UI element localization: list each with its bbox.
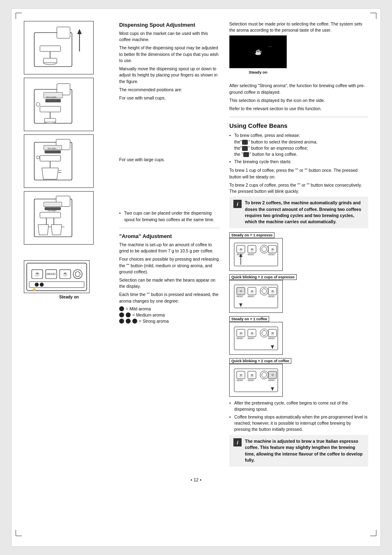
svg-rect-2 (40, 46, 60, 51)
using-coffee-title: Using Coffee Beans (229, 122, 368, 129)
svg-text:☕: ☕ (270, 247, 275, 252)
svg-text:MEMO: MEMO (248, 379, 254, 382)
svg-rect-37 (44, 202, 62, 207)
svg-text:MEMO: MEMO (237, 379, 243, 382)
svg-text:—: — (268, 44, 272, 49)
dispensing-para2: The height of the dispensing spout may b… (119, 45, 220, 64)
info-icon-1: i (233, 200, 242, 208)
refer-text: Refer to the relevant section to use thi… (229, 106, 368, 112)
selection-text: Selection must be made prior to selectin… (229, 21, 368, 33)
svg-text:☕: ☕ (270, 373, 275, 378)
svg-text:MEMO: MEMO (46, 272, 56, 276)
steady-on-display: ☕ — (229, 35, 287, 68)
diagram-spout-mid: De'Longhi (24, 78, 94, 131)
svg-text:☕: ☕ (250, 373, 255, 378)
svg-text:☕: ☕ (239, 247, 244, 252)
diagram-two-cups: De'Longhi De'Longhi (24, 191, 94, 245)
svg-text:MEMO: MEMO (237, 295, 243, 298)
page-number: • 12 • (24, 477, 368, 482)
dispensing-para5: For use with small cups; (119, 95, 220, 101)
coffee-bullets: To brew coffee, press and release: the""… (229, 132, 368, 165)
svg-rect-13 (44, 118, 55, 122)
aroma-machine-panel: ☕ MEMO ☕ 👆 (24, 260, 90, 293)
info-text-2: The machine is adjusted to brew a true I… (245, 438, 364, 463)
espresso-btn-icon (242, 146, 248, 151)
svg-text:☕: ☕ (250, 331, 255, 336)
dispensing-title: Dispensing Spout Adjustment (119, 22, 220, 28)
info-box-2: i The machine is adjusted to brew a true… (229, 435, 368, 467)
page: De'Longhi De'Longh (11, 8, 381, 547)
info-text-1: To brew 2 coffees, the machine automatic… (245, 200, 364, 225)
svg-text:MEMO: MEMO (237, 253, 243, 256)
svg-text:☕: ☕ (270, 331, 275, 336)
panel-quick-coffee: ☕ MEMO ☕ MEMO ☕ MEMO (229, 364, 283, 397)
after-brew-bullets: After the prebrewing cycle, coffee begin… (229, 400, 368, 432)
strong-aroma-label: = Strong aroma (139, 319, 169, 324)
steady-coffee-caption: Steady on = 1 coffee (229, 316, 269, 322)
btn1-text: the"" button to select the desired aroma… (234, 139, 318, 144)
dispensing-para1: Most cups on the market can be used with… (119, 30, 220, 43)
diagram-large-cups: De'Longhi (24, 134, 94, 188)
btn2-text: the"" button for an espresso coffee; (234, 146, 308, 150)
left-column: De'Longhi De'Longh (24, 21, 114, 471)
strong-dot1 (119, 319, 124, 324)
svg-rect-38 (45, 207, 61, 210)
svg-text:☕: ☕ (255, 49, 262, 56)
quick-espresso-caption: Quick blinking = 2 cups of espresso (229, 274, 297, 280)
strong-aroma-row: = Strong aroma (119, 319, 220, 324)
svg-text:☕: ☕ (270, 289, 275, 294)
svg-text:MEMO: MEMO (248, 295, 254, 298)
svg-text:☕: ☕ (250, 247, 255, 252)
svg-text:MEMO: MEMO (268, 379, 275, 382)
steady-espresso-caption: Steady on = 1 espresso (229, 232, 274, 238)
svg-point-76 (262, 289, 267, 294)
btn3-text: the "" button for a long coffee. (234, 152, 297, 157)
dispensing-bullets: Two cups can be placed under the dispens… (119, 210, 220, 222)
aroma-para3: Selection can be made when the beans app… (119, 277, 220, 289)
svg-point-14 (36, 102, 40, 106)
after-brew-bullet2: Coffee brewing stops automatically when … (229, 414, 368, 433)
svg-text:☕: ☕ (239, 331, 244, 336)
display-info-text: This selection is displayed by the icon … (229, 97, 368, 104)
dispensing-para4: The recommended positions are: (119, 87, 220, 93)
bullet1-text: To brew coffee, press and release: (234, 133, 300, 138)
brew-bullet2: The brewing cycle then starts: (229, 159, 368, 165)
brew-1cup-text: To brew 1 cup of coffee, press the "" or… (229, 167, 368, 180)
quick-espresso-diagram-row: Quick blinking = 2 cups of espresso ☕ ME… (229, 274, 368, 313)
svg-marker-7 (77, 29, 82, 34)
svg-rect-30 (40, 212, 60, 218)
quick-coffee-diagram-row: Quick blinking = 2 cups of coffee ☕ MEMO… (229, 358, 368, 397)
coffee-diagram-row: Steady on = 1 coffee ☕ MEMO ☕ MEMO (229, 316, 368, 355)
svg-rect-10 (40, 106, 60, 112)
strong-dot3 (132, 319, 137, 324)
svg-text:De'Longhi: De'Longhi (48, 148, 56, 150)
svg-text:MEMO: MEMO (237, 337, 243, 340)
mild-aroma-label: = Mild aroma (126, 306, 151, 311)
svg-text:☕: ☕ (239, 289, 244, 294)
after-strong-text: After selecting "Strong aroma", the func… (229, 83, 368, 95)
steady-on-label-aroma: Steady on (24, 295, 114, 299)
dispensing-para3: Manually move the dispensing spout up or… (119, 66, 220, 85)
svg-rect-1 (57, 27, 70, 38)
medium-dot2 (126, 312, 131, 317)
svg-text:MEMO: MEMO (268, 253, 275, 256)
svg-rect-5 (43, 58, 57, 63)
svg-rect-26 (45, 150, 61, 153)
info-icon-2: i (233, 438, 242, 446)
svg-text:☕: ☕ (250, 289, 255, 294)
panel-quick-espresso: ☕ MEMO ☕ MEMO ☕ MEMO (229, 280, 283, 313)
bullet2-text: The brewing cycle then starts: (234, 159, 291, 164)
steady-on-display-section: ☕ — Steady on (229, 35, 368, 79)
quick-coffee-caption: Quick blinking = 2 cups of coffee (229, 358, 291, 364)
svg-text:MEMO: MEMO (268, 295, 275, 298)
svg-rect-16 (46, 99, 61, 102)
medium-aroma-row: = Medium aroma (119, 312, 220, 317)
long-btn-icon (243, 152, 249, 157)
svg-point-50 (40, 282, 44, 287)
svg-text:De'Longhi: De'Longhi (46, 96, 56, 98)
svg-text:MEMO: MEMO (248, 253, 254, 256)
dispensing-para6: For use with large cups. (119, 157, 220, 163)
medium-aroma-label: = Medium aroma (132, 312, 165, 317)
aroma-btn-icon (242, 140, 248, 145)
mild-dot1 (119, 306, 124, 311)
